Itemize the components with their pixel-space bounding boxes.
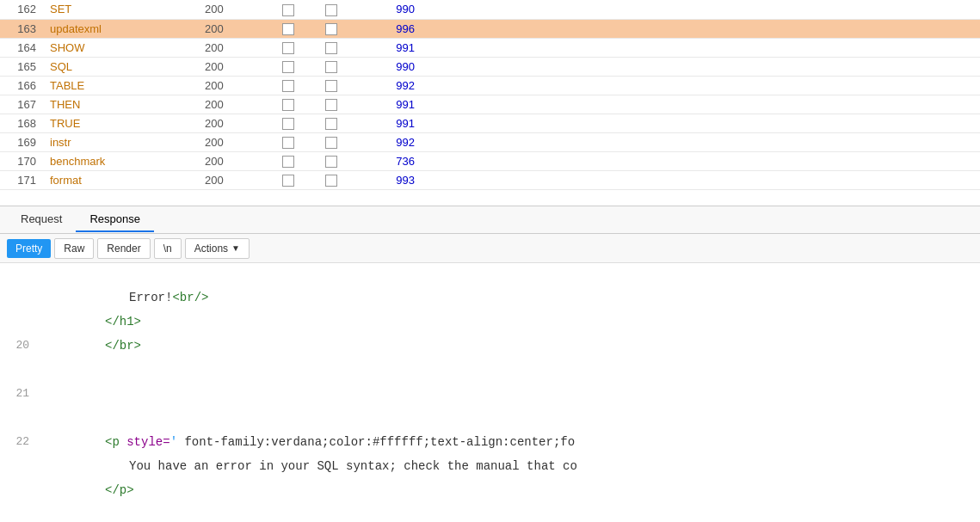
row-name: SQL	[43, 57, 198, 76]
row-check1[interactable]	[267, 0, 310, 19]
row-num3: 993	[353, 170, 422, 189]
row-value: 200	[198, 38, 267, 57]
row-check1[interactable]	[267, 151, 310, 170]
row-value: 200	[198, 151, 267, 170]
row-number: 166	[0, 76, 43, 95]
row-value: 200	[198, 95, 267, 114]
row-check2[interactable]	[310, 57, 353, 76]
row-check1[interactable]	[267, 170, 310, 189]
data-table-section: 162 SET 200 990 163 updatexml 200 996 16…	[0, 0, 980, 206]
row-num3: 990	[353, 57, 422, 76]
line-number: 21	[0, 384, 43, 400]
row-name: SHOW	[43, 38, 198, 57]
code-section: Error!<br/></h1>20</br>2122<p style=' fo…	[0, 263, 980, 522]
line-content	[43, 384, 980, 390]
row-name: SET	[43, 0, 198, 19]
bottom-section: Request Response Pretty Raw Render \n Ac…	[0, 206, 980, 522]
code-line	[0, 263, 980, 287]
row-name: TABLE	[43, 76, 198, 95]
table-row[interactable]: 164 SHOW 200 991	[0, 38, 980, 57]
tabs-bar: Request Response	[0, 206, 980, 234]
code-line: 22<p style=' font-family:verdana;color:#…	[0, 432, 980, 456]
row-number: 164	[0, 38, 43, 57]
row-num3: 990	[353, 0, 422, 19]
row-check2[interactable]	[310, 95, 353, 114]
row-num3: 991	[353, 38, 422, 57]
code-line: </h1>	[0, 311, 980, 335]
line-number	[0, 287, 43, 291]
line-number	[0, 263, 43, 267]
render-button[interactable]: Render	[97, 238, 150, 259]
table-row[interactable]: 168 TRUE 200 991	[0, 114, 980, 132]
line-content: Error!<br/>	[43, 287, 980, 308]
line-number: 20	[0, 335, 43, 352]
raw-button[interactable]: Raw	[54, 238, 94, 259]
row-value: 200	[198, 76, 267, 95]
table-row[interactable]: 170 benchmark 200 736	[0, 151, 980, 170]
row-number: 163	[0, 19, 43, 38]
row-num3: 992	[353, 76, 422, 95]
row-check2[interactable]	[310, 170, 353, 189]
dropdown-arrow-icon: ▼	[231, 243, 240, 253]
pretty-button[interactable]: Pretty	[7, 239, 51, 258]
row-num3: 736	[353, 151, 422, 170]
row-name: TRUE	[43, 114, 198, 132]
line-content: <p style=' font-family:verdana;color:#ff…	[43, 432, 980, 452]
line-content: You have an error in your SQL syntax; ch…	[43, 456, 980, 476]
row-check2[interactable]	[310, 19, 353, 38]
line-content: </br>	[43, 335, 980, 356]
table-row[interactable]: 166 TABLE 200 992	[0, 76, 980, 95]
tab-response[interactable]: Response	[76, 207, 154, 232]
table-row[interactable]: 171 format 200 993	[0, 170, 980, 189]
row-num3: 991	[353, 114, 422, 132]
row-check2[interactable]	[310, 38, 353, 57]
row-check2[interactable]	[310, 0, 353, 19]
row-number: 168	[0, 114, 43, 132]
row-name: instr	[43, 132, 198, 151]
row-number: 162	[0, 0, 43, 19]
row-check1[interactable]	[267, 132, 310, 151]
row-check1[interactable]	[267, 19, 310, 38]
row-num3: 991	[353, 95, 422, 114]
row-check1[interactable]	[267, 38, 310, 57]
row-value: 200	[198, 0, 267, 19]
row-check2[interactable]	[310, 132, 353, 151]
data-table: 162 SET 200 990 163 updatexml 200 996 16…	[0, 0, 980, 190]
row-number: 167	[0, 95, 43, 114]
row-name: format	[43, 170, 198, 189]
row-value: 200	[198, 170, 267, 189]
row-value: 200	[198, 19, 267, 38]
line-content: </h1>	[43, 311, 980, 332]
row-number: 171	[0, 170, 43, 189]
table-row[interactable]: 162 SET 200 990	[0, 0, 980, 19]
table-row[interactable]: 165 SQL 200 990	[0, 57, 980, 76]
code-line: 21	[0, 384, 980, 408]
row-check1[interactable]	[267, 114, 310, 132]
row-name: THEN	[43, 95, 198, 114]
row-check2[interactable]	[310, 114, 353, 132]
row-check1[interactable]	[267, 76, 310, 95]
table-row[interactable]: 169 instr 200 992	[0, 132, 980, 151]
row-check1[interactable]	[267, 57, 310, 76]
line-content	[43, 408, 980, 415]
newline-button[interactable]: \n	[154, 238, 182, 259]
line-number	[0, 359, 43, 363]
row-check2[interactable]	[310, 76, 353, 95]
row-num3: 992	[353, 132, 422, 151]
row-number: 170	[0, 151, 43, 170]
row-check2[interactable]	[310, 151, 353, 170]
code-line: </p>	[0, 480, 980, 504]
row-name: benchmark	[43, 151, 198, 170]
row-check1[interactable]	[267, 95, 310, 114]
row-name: updatexml	[43, 19, 198, 38]
line-number	[0, 456, 43, 459]
line-content	[43, 263, 980, 270]
table-row[interactable]: 167 THEN 200 991	[0, 95, 980, 114]
row-num3: 996	[353, 19, 422, 38]
table-row[interactable]: 163 updatexml 200 996	[0, 19, 980, 38]
line-number	[0, 480, 43, 483]
actions-button[interactable]: Actions ▼	[185, 238, 250, 259]
line-content: </p>	[43, 480, 980, 501]
line-number: 22	[0, 432, 43, 448]
tab-request[interactable]: Request	[7, 207, 76, 232]
